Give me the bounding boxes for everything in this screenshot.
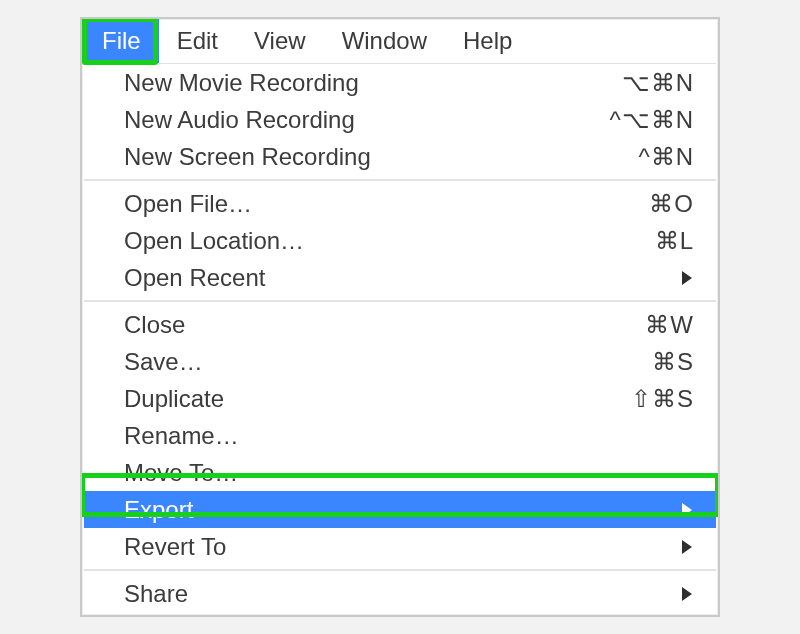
- submenu-arrow-icon: [680, 502, 694, 518]
- menu-item-shortcut: ⌘S: [652, 348, 694, 376]
- menu-item-label: New Movie Recording: [124, 69, 622, 97]
- menu-item-new-movie-recording[interactable]: New Movie Recording ⌥⌘N: [84, 64, 716, 101]
- menubar-item-file[interactable]: File: [84, 19, 159, 63]
- menu-item-shortcut: ^⌥⌘N: [609, 106, 694, 134]
- menu-item-new-audio-recording[interactable]: New Audio Recording ^⌥⌘N: [84, 101, 716, 138]
- menu-divider: [84, 300, 716, 302]
- menu-item-shortcut: ⌘W: [645, 311, 694, 339]
- menu-item-label: Move To…: [124, 459, 694, 487]
- window-frame: File Edit View Window Help New Movie Rec…: [80, 17, 720, 617]
- submenu-arrow-icon: [680, 586, 694, 602]
- menu-item-label: New Screen Recording: [124, 143, 638, 171]
- menu-item-shortcut: ⇧⌘S: [631, 385, 694, 413]
- menubar-item-label: Window: [342, 27, 427, 55]
- menubar: File Edit View Window Help: [82, 19, 718, 63]
- menu-item-shortcut: ^⌘N: [638, 143, 694, 171]
- menubar-item-view[interactable]: View: [236, 19, 324, 63]
- menu-item-label: New Audio Recording: [124, 106, 609, 134]
- menu-item-open-recent[interactable]: Open Recent: [84, 259, 716, 296]
- submenu-arrow-icon: [680, 539, 694, 555]
- submenu-arrow-icon: [680, 270, 694, 286]
- menubar-item-label: File: [102, 27, 141, 55]
- menubar-item-help[interactable]: Help: [445, 19, 530, 63]
- menu-item-label: Open Location…: [124, 227, 655, 255]
- menu-divider: [84, 569, 716, 571]
- menu-item-label: Save…: [124, 348, 652, 376]
- menu-item-export[interactable]: Export: [84, 491, 716, 528]
- file-menu-dropdown: New Movie Recording ⌥⌘N New Audio Record…: [84, 63, 716, 612]
- menu-item-label: Export: [124, 496, 680, 524]
- menu-item-share[interactable]: Share: [84, 575, 716, 612]
- menu-item-label: Revert To: [124, 533, 680, 561]
- menubar-item-window[interactable]: Window: [324, 19, 445, 63]
- menu-item-shortcut: ⌘O: [649, 190, 694, 218]
- menu-item-duplicate[interactable]: Duplicate ⇧⌘S: [84, 380, 716, 417]
- menubar-item-label: View: [254, 27, 306, 55]
- menu-item-shortcut: ⌥⌘N: [622, 69, 694, 97]
- menu-item-move-to[interactable]: Move To…: [84, 454, 716, 491]
- menu-item-label: Close: [124, 311, 645, 339]
- menu-item-label: Open File…: [124, 190, 649, 218]
- menu-item-shortcut: ⌘L: [655, 227, 694, 255]
- menu-item-rename[interactable]: Rename…: [84, 417, 716, 454]
- menu-item-open-location[interactable]: Open Location… ⌘L: [84, 222, 716, 259]
- menu-item-revert-to[interactable]: Revert To: [84, 528, 716, 565]
- menu-item-label: Open Recent: [124, 264, 680, 292]
- menu-item-label: Share: [124, 580, 680, 608]
- menu-divider: [84, 179, 716, 181]
- menu-item-label: Rename…: [124, 422, 694, 450]
- menu-item-open-file[interactable]: Open File… ⌘O: [84, 185, 716, 222]
- menu-item-close[interactable]: Close ⌘W: [84, 306, 716, 343]
- menu-item-label: Duplicate: [124, 385, 631, 413]
- menubar-item-label: Edit: [177, 27, 218, 55]
- menu-item-save[interactable]: Save… ⌘S: [84, 343, 716, 380]
- menubar-item-label: Help: [463, 27, 512, 55]
- menubar-item-edit[interactable]: Edit: [159, 19, 236, 63]
- menu-item-new-screen-recording[interactable]: New Screen Recording ^⌘N: [84, 138, 716, 175]
